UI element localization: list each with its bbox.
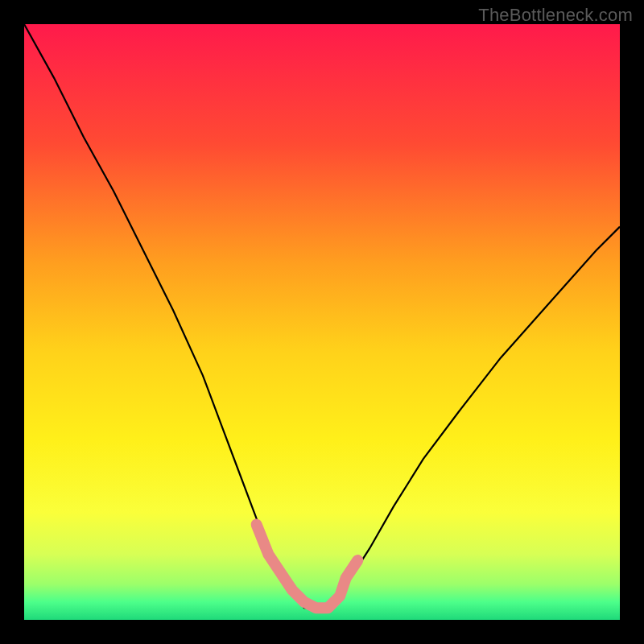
chart-frame: TheBottleneck.com — [0, 0, 644, 644]
bottleneck-chart — [0, 0, 644, 644]
watermark-text: TheBottleneck.com — [478, 5, 633, 26]
plot-background — [24, 24, 620, 620]
